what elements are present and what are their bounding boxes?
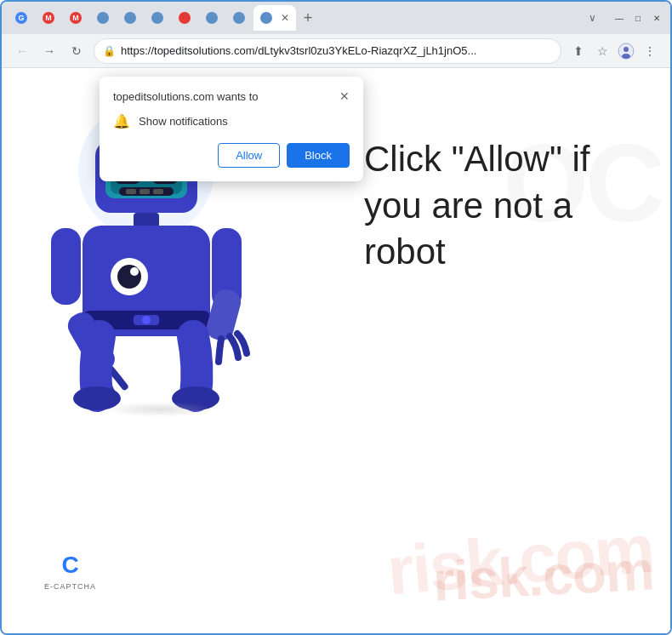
- reload-button[interactable]: ↻: [66, 41, 87, 61]
- tab-2[interactable]: M: [36, 5, 61, 31]
- address-actions: ⬆ ☆ ⋮: [568, 41, 660, 61]
- popup-close-button[interactable]: ✕: [339, 90, 350, 102]
- tab-7[interactable]: [172, 5, 197, 31]
- lock-icon: 🔒: [103, 45, 116, 57]
- maximize-button[interactable]: □: [631, 11, 645, 25]
- tab-9[interactable]: [226, 5, 252, 31]
- close-button[interactable]: ✕: [650, 11, 663, 25]
- tab-favicon-m2: M: [70, 12, 82, 24]
- popup-title: topeditsolutions.com wants to: [113, 90, 259, 103]
- tab-close-icon[interactable]: ✕: [281, 12, 289, 24]
- tab-3[interactable]: M: [63, 5, 88, 31]
- notification-popup: topeditsolutions.com wants to ✕ 🔔 Show n…: [100, 77, 363, 181]
- menu-icon[interactable]: ⋮: [640, 41, 660, 61]
- tab-favicon-globe1: [97, 12, 109, 24]
- tab-favicon-globe3: [151, 12, 163, 24]
- robot-shadow: [104, 402, 214, 417]
- main-text: Click "Allow" if you are not a robot: [364, 136, 636, 276]
- svg-rect-14: [140, 189, 150, 194]
- svg-rect-13: [126, 189, 136, 194]
- svg-rect-24: [51, 228, 81, 305]
- forward-button[interactable]: →: [39, 41, 60, 61]
- tab-favicon-g: G: [15, 12, 27, 24]
- bell-icon: 🔔: [113, 113, 130, 129]
- svg-rect-15: [153, 189, 163, 194]
- svg-point-2: [622, 54, 630, 59]
- popup-buttons: Allow Block: [113, 143, 350, 168]
- tab-favicon-m1: M: [43, 12, 54, 24]
- minimize-button[interactable]: —: [612, 11, 626, 25]
- back-button[interactable]: ←: [12, 41, 32, 61]
- tab-5[interactable]: [117, 5, 143, 31]
- tab-4[interactable]: [90, 5, 116, 31]
- svg-point-1: [624, 47, 629, 52]
- watermark-risk: risk.com: [431, 538, 655, 613]
- tab-favicon-globe2: [124, 12, 136, 24]
- permission-text: Show notifications: [139, 115, 228, 128]
- tab-1[interactable]: G: [9, 5, 34, 31]
- captcha-logo: C: [54, 548, 88, 582]
- tab-favicon-active: [260, 12, 272, 24]
- window-controls: — □ ✕: [612, 11, 663, 25]
- tab-8[interactable]: [199, 5, 225, 31]
- address-bar: ← → ↻ 🔒 https://topeditsolutions.com/dLt…: [2, 34, 670, 68]
- url-bar[interactable]: 🔒 https://topeditsolutions.com/dLtykv3ts…: [94, 38, 561, 64]
- page-content: risk.com OC: [2, 68, 670, 633]
- block-button[interactable]: Block: [287, 143, 350, 168]
- bookmark-icon[interactable]: ☆: [592, 41, 612, 61]
- svg-point-19: [117, 265, 141, 289]
- allow-button[interactable]: Allow: [218, 143, 280, 168]
- profile-icon[interactable]: [616, 41, 636, 61]
- tab-6[interactable]: [145, 5, 170, 31]
- captcha-text: E-CAPTCHA: [44, 582, 96, 591]
- popup-header: topeditsolutions.com wants to ✕: [113, 90, 350, 103]
- url-text: https://topeditsolutions.com/dLtykv3tsrl…: [121, 44, 552, 57]
- tab-strip: G M M: [9, 5, 578, 31]
- new-tab-button[interactable]: +: [298, 8, 318, 28]
- captcha-branding: C E-CAPTCHA: [44, 548, 96, 591]
- browser-window: G M M: [0, 0, 672, 635]
- tab-active[interactable]: ✕: [253, 5, 296, 31]
- title-bar: G M M: [2, 2, 670, 34]
- svg-point-23: [142, 316, 151, 324]
- share-icon[interactable]: ⬆: [568, 41, 589, 61]
- tab-favicon-globe4: [206, 12, 218, 24]
- popup-permission: 🔔 Show notifications: [113, 113, 350, 129]
- svg-point-20: [130, 267, 139, 276]
- tab-favicon-globe5: [233, 12, 245, 24]
- watermark-text: risk.com: [384, 510, 657, 611]
- tab-favicon-red: [179, 12, 191, 24]
- tab-scroll-down[interactable]: ∨: [582, 8, 602, 28]
